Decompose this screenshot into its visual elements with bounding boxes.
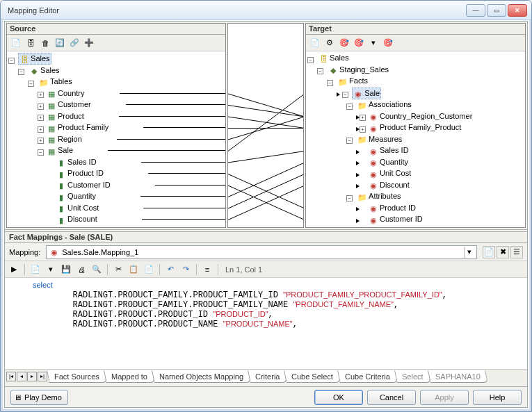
target-tool-6-icon[interactable]: 🎯 xyxy=(382,37,394,49)
table-node[interactable]: ▦Country xyxy=(45,88,86,99)
target-item[interactable]: ◉Country_Region_Customer xyxy=(367,111,474,122)
target-tool-2-icon[interactable]: ⚙ xyxy=(323,37,336,49)
target-root-node[interactable]: 🗄Sales xyxy=(317,53,350,63)
column-node[interactable]: ▮Customer ID xyxy=(55,180,112,190)
facts-folder[interactable]: 📁Facts xyxy=(337,76,369,86)
target-tool-5-icon[interactable]: ▾ xyxy=(367,37,380,49)
column-node[interactable]: ▮Discount xyxy=(55,214,99,224)
column-node[interactable]: ▮Product ID xyxy=(55,168,105,179)
collapse-icon[interactable]: − xyxy=(342,92,348,98)
minimize-button[interactable]: — xyxy=(466,4,485,17)
collapse-icon[interactable]: − xyxy=(18,69,24,75)
expand-icon[interactable]: + xyxy=(38,92,44,98)
column-node[interactable]: ▮Sales ID xyxy=(55,157,98,167)
source-tree[interactable]: − 🗄Sales − ◆Sales − 📁Tables xyxy=(7,51,225,227)
fact-sale-node[interactable]: ◉Sale xyxy=(352,88,381,99)
play-demo-button[interactable]: 🖥 Play Demo xyxy=(10,390,68,405)
run-icon[interactable]: ▶ xyxy=(8,263,20,276)
apply-button[interactable]: Apply xyxy=(420,390,469,405)
table-node[interactable]: ▦Product Family xyxy=(45,122,110,133)
delete-mapping-button[interactable]: ✖ xyxy=(497,246,509,258)
expand-icon[interactable]: + xyxy=(360,126,366,133)
dropdown-arrow-icon[interactable]: ▾ xyxy=(464,247,474,258)
properties-button[interactable]: ☰ xyxy=(510,246,523,258)
bottom-tab[interactable]: Named Objects Mapping xyxy=(152,370,251,383)
column-node[interactable]: ▮Unit Cost xyxy=(55,203,100,213)
bottom-tab[interactable]: SAPHANA10 xyxy=(428,370,488,383)
expand-icon[interactable]: + xyxy=(38,104,44,110)
column-node[interactable]: ▮Quantity xyxy=(55,191,97,201)
new-table-icon[interactable]: ➕ xyxy=(83,37,95,49)
table-node[interactable]: ▦Sale xyxy=(45,145,74,156)
target-tool-1-icon[interactable]: 📄 xyxy=(309,37,321,49)
maximize-button[interactable]: ▭ xyxy=(487,4,506,17)
expand-icon[interactable]: + xyxy=(360,115,366,121)
collapse-icon[interactable]: − xyxy=(346,138,353,144)
source-root-node[interactable]: 🗄Sales xyxy=(18,53,51,65)
bottom-tab[interactable]: Fact Sources xyxy=(47,370,107,383)
collapse-icon[interactable]: − xyxy=(307,57,314,63)
delete-source-icon[interactable]: 🗑 xyxy=(39,37,51,49)
target-item[interactable]: ◉Quantity xyxy=(367,157,410,167)
table-node[interactable]: ▦Product xyxy=(45,111,86,122)
expand-icon[interactable]: + xyxy=(38,126,44,133)
bottom-tab[interactable]: Cube Criteria xyxy=(337,370,398,383)
target-item[interactable]: ◉Sales ID xyxy=(367,145,410,156)
new-mapping-button[interactable]: 📄 xyxy=(483,246,495,258)
undo-icon[interactable]: ↶ xyxy=(164,263,177,276)
table-node[interactable]: ▦Region xyxy=(45,134,83,145)
cancel-button[interactable]: Cancel xyxy=(367,390,416,405)
format-icon[interactable]: ≡ xyxy=(201,263,213,276)
mapping-dropdown[interactable]: ◉ Sales.Sale.Mapping_1 ▾ xyxy=(46,245,477,259)
link-icon[interactable]: 🔗 xyxy=(68,37,81,49)
table-node[interactable]: ▦Customer xyxy=(45,99,92,110)
target-item[interactable]: ◉Product Family_Product xyxy=(367,122,462,133)
collapse-icon[interactable]: − xyxy=(346,195,353,201)
refresh-icon[interactable]: 🔄 xyxy=(54,37,66,49)
target-tool-3-icon[interactable]: 🎯 xyxy=(338,37,350,49)
cut-icon[interactable]: ✂ xyxy=(112,263,124,276)
print-icon[interactable]: 🖨 xyxy=(75,263,88,276)
measures-folder[interactable]: 📁Measures xyxy=(356,134,403,145)
redo-icon[interactable]: ↷ xyxy=(179,263,192,276)
paste-icon[interactable]: 📄 xyxy=(143,263,155,276)
tables-folder[interactable]: 📁Tables xyxy=(38,76,74,87)
expand-icon[interactable]: + xyxy=(38,115,44,121)
target-tree[interactable]: − 🗄Sales − ◆Staging_Sales − 📁Fac xyxy=(306,51,525,227)
collapse-icon[interactable]: − xyxy=(346,104,353,110)
tab-nav-prev[interactable]: ◂ xyxy=(17,372,26,381)
add-source-icon[interactable]: 📄 xyxy=(10,37,22,49)
expand-icon[interactable]: + xyxy=(38,138,44,144)
collapse-icon[interactable]: − xyxy=(317,68,323,74)
target-tool-4-icon[interactable]: 🎯 xyxy=(353,37,365,49)
target-item[interactable]: ◉Discount xyxy=(367,180,411,190)
target-item[interactable]: ◉Product ID xyxy=(367,203,417,213)
collapse-icon[interactable]: − xyxy=(327,80,333,86)
close-button[interactable]: ✕ xyxy=(508,4,527,17)
collapse-icon[interactable]: − xyxy=(8,58,15,64)
bottom-tab[interactable]: Select xyxy=(394,370,430,383)
tab-nav-first[interactable]: |◂ xyxy=(6,372,16,381)
copy-icon[interactable]: 📋 xyxy=(127,263,140,276)
bottom-tab[interactable]: Criteria xyxy=(248,370,287,383)
tab-nav-next[interactable]: ▸ xyxy=(27,372,37,381)
staging-node[interactable]: ◆Staging_Sales xyxy=(327,65,390,75)
bottom-tab[interactable]: Mapped to xyxy=(104,370,155,383)
new-icon[interactable]: 📄 xyxy=(29,263,42,276)
collapse-icon[interactable]: − xyxy=(28,81,34,87)
help-button[interactable]: Help xyxy=(473,390,522,405)
ok-button[interactable]: OK xyxy=(314,390,363,405)
add-db-icon[interactable]: 🗄 xyxy=(24,37,37,49)
associations-folder[interactable]: 📁Associations xyxy=(356,99,413,110)
bottom-tab[interactable]: Cube Select xyxy=(284,370,341,383)
schema-node[interactable]: ◆Sales xyxy=(28,65,61,76)
target-item[interactable]: ◉Unit Cost xyxy=(367,168,412,179)
tab-nav-last[interactable]: ▸| xyxy=(38,372,47,381)
target-item[interactable]: ◉Customer ID xyxy=(367,214,424,224)
save-icon[interactable]: 💾 xyxy=(60,263,72,276)
find-icon[interactable]: 🔍 xyxy=(90,263,103,276)
expand-icon[interactable]: − xyxy=(38,149,44,156)
open-icon[interactable]: ▾ xyxy=(45,263,57,276)
sql-editor[interactable]: select RADLINGT.PRODUCT_FAMILY.PRODUCT_F… xyxy=(5,278,527,370)
attributes-folder[interactable]: 📁Attributes xyxy=(356,191,402,201)
